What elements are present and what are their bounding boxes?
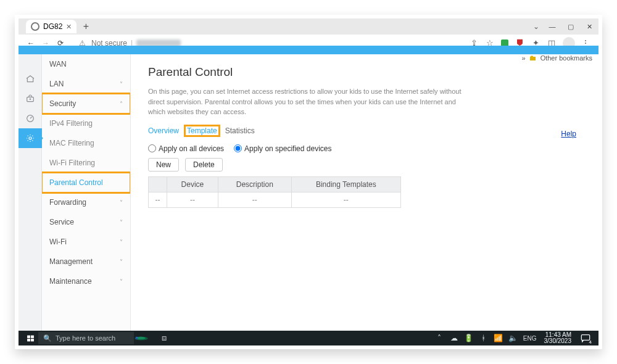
- table-cell: --: [149, 192, 167, 207]
- table-cell: --: [218, 192, 291, 207]
- sidenav-item-label: Maintenance: [49, 277, 92, 286]
- side-nav[interactable]: WANLAN˅Security˄IPv4 FilteringMAC Filter…: [42, 54, 131, 331]
- sidenav-item-wi-fi[interactable]: Wi-Fi˅: [42, 232, 130, 252]
- bluetooth-icon[interactable]: ᚼ: [479, 333, 489, 343]
- chevron-down-icon: ˅: [120, 239, 123, 246]
- column-header: Device: [167, 176, 218, 192]
- chevron-down-icon: ˅: [120, 219, 123, 226]
- sidenav-item-maintenance[interactable]: Maintenance˅: [42, 271, 130, 291]
- sidenav-item-label: Wi-Fi Filtering: [49, 159, 95, 167]
- start-button[interactable]: [22, 331, 38, 345]
- window-chevron-icon[interactable]: ⌄: [533, 22, 539, 31]
- sidenav-item-label: Security: [49, 99, 76, 108]
- chevron-down-icon: ˅: [120, 81, 123, 88]
- gauge-icon: [25, 114, 35, 123]
- new-button[interactable]: New: [148, 158, 179, 172]
- icon-rail: [19, 54, 42, 331]
- clock-date: 3/30/2023: [544, 338, 572, 344]
- language-indicator[interactable]: ENG: [523, 333, 537, 343]
- sidenav-item-label: Parental Control: [49, 178, 103, 187]
- page-title: Parental Control: [148, 65, 581, 79]
- new-tab-button[interactable]: +: [79, 20, 93, 33]
- sidenav-item-parental-control[interactable]: Parental Control: [42, 173, 130, 192]
- notifications-button[interactable]: 4: [579, 331, 592, 345]
- app-area: WANLAN˅Security˄IPv4 FilteringMAC Filter…: [19, 46, 598, 331]
- sidenav-item-forwarding[interactable]: Forwarding˅: [42, 192, 130, 212]
- table-cell: --: [291, 192, 400, 207]
- sidenav-item-label: WAN: [49, 60, 67, 68]
- windows-icon: [27, 334, 35, 342]
- rail-tools[interactable]: [19, 89, 42, 109]
- table-row[interactable]: --------: [149, 192, 401, 207]
- rail-home[interactable]: [19, 69, 42, 89]
- browser-tab-active[interactable]: DG82 ✕: [26, 20, 77, 33]
- delete-button[interactable]: Delete: [185, 158, 223, 172]
- help-link[interactable]: Help: [561, 130, 576, 138]
- sidenav-item-label: Forwarding: [49, 198, 86, 207]
- onedrive-icon[interactable]: ☁: [449, 333, 459, 343]
- sidenav-item-management[interactable]: Management˅: [42, 252, 130, 271]
- sidenav-item-mac-filtering[interactable]: MAC Filtering: [42, 133, 130, 153]
- window-maximize-button[interactable]: ▢: [565, 21, 576, 32]
- svg-rect-5: [27, 339, 30, 341]
- sidenav-item-label: MAC Filtering: [49, 139, 94, 147]
- briefcase-plus-icon: [25, 94, 35, 104]
- action-buttons: New Delete: [148, 158, 581, 172]
- wifi-icon[interactable]: 📶: [494, 333, 503, 343]
- radio-specified[interactable]: Apply on specified devices: [234, 144, 331, 153]
- svg-rect-6: [31, 339, 34, 341]
- chevron-down-icon: ˅: [120, 278, 123, 285]
- svg-point-10: [136, 337, 138, 338]
- rail-status[interactable]: [19, 109, 42, 128]
- window-minimize-button[interactable]: —: [547, 21, 558, 32]
- sidenav-item-ipv4-filtering[interactable]: IPv4 Filtering: [42, 114, 130, 133]
- tray-overflow-icon[interactable]: ˄: [434, 333, 444, 343]
- column-header: [149, 176, 167, 192]
- svg-rect-4: [31, 335, 34, 337]
- sidenav-item-service[interactable]: Service˅: [42, 212, 130, 232]
- sidenav-item-wan[interactable]: WAN: [42, 54, 130, 74]
- sidenav-item-security[interactable]: Security˄: [42, 94, 130, 114]
- sidenav-item-wi-fi-filtering[interactable]: Wi-Fi Filtering: [42, 153, 130, 173]
- table-cell: --: [167, 192, 218, 207]
- apply-scope-radios: Apply on all devices Apply on specified …: [148, 144, 581, 153]
- window-close-button[interactable]: ✕: [584, 21, 595, 32]
- system-tray: ˄ ☁ 🔋 ᚼ 📶 🔈 ENG 11:43 AM 3/30/2023 4: [434, 331, 595, 345]
- rail-settings[interactable]: [19, 128, 42, 148]
- globe-icon: [31, 22, 39, 31]
- windows-taskbar: 🔍 Type here to search ⧈ ˄ ☁ 🔋 ᚼ 📶 🔈 ENG …: [19, 331, 598, 345]
- browser-tab-strip: DG82 ✕ + ⌄ — ▢ ✕: [19, 19, 598, 35]
- radio-all[interactable]: Apply on all devices: [148, 144, 224, 153]
- content-pane: Parental Control On this page, you can s…: [131, 54, 598, 331]
- chevron-up-icon: ˄: [120, 101, 123, 107]
- chevron-down-icon: ˅: [120, 199, 123, 206]
- sidenav-item-label: LAN: [49, 80, 64, 88]
- tab-title: DG82: [43, 22, 62, 31]
- home-icon: [25, 74, 35, 84]
- column-header: Description: [218, 176, 291, 192]
- notifications-count: 4: [589, 339, 592, 345]
- sidenav-item-label: Service: [49, 218, 74, 226]
- news-widget-icon[interactable]: [134, 331, 157, 345]
- gear-icon: [25, 133, 35, 143]
- search-placeholder: Type here to search: [56, 334, 115, 342]
- sidenav-item-label: IPv4 Filtering: [49, 119, 93, 128]
- svg-rect-3: [27, 335, 30, 337]
- speaker-icon[interactable]: 🔈: [508, 333, 518, 343]
- chevron-down-icon: ˅: [120, 259, 123, 265]
- tab-statistics[interactable]: Statistics: [225, 126, 255, 135]
- clock[interactable]: 11:43 AM 3/30/2023: [542, 332, 574, 344]
- close-icon[interactable]: ✕: [66, 23, 72, 31]
- sidenav-item-label: Management: [49, 257, 93, 266]
- sidenav-item-label: Wi-Fi: [49, 238, 67, 246]
- tab-template[interactable]: Template: [185, 126, 219, 136]
- column-header: Binding Templates: [291, 176, 400, 192]
- taskbar-search[interactable]: 🔍 Type here to search: [38, 332, 134, 344]
- search-icon: 🔍: [43, 334, 52, 342]
- sidenav-item-lan[interactable]: LAN˅: [42, 74, 130, 94]
- page-description: On this page, you can set Internet acces…: [148, 86, 469, 117]
- battery-icon[interactable]: 🔋: [464, 333, 474, 343]
- task-view-button[interactable]: ⧈: [157, 331, 171, 345]
- tab-overview[interactable]: Overview: [148, 126, 179, 135]
- svg-point-2: [29, 137, 31, 139]
